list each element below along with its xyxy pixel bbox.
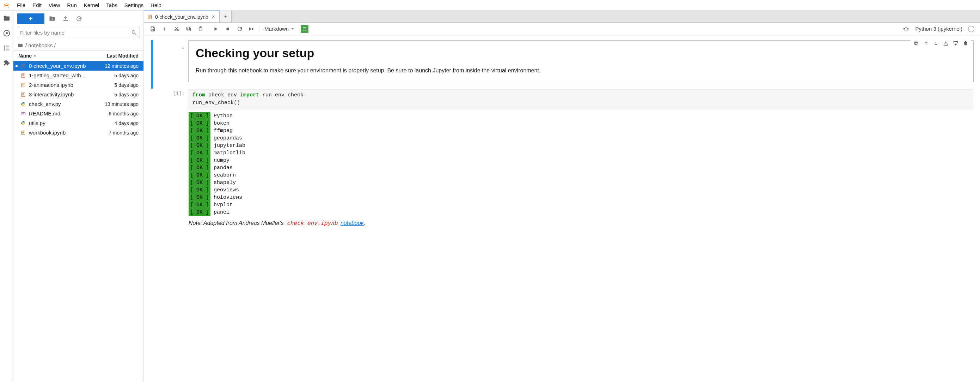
interrupt-icon[interactable] [223, 24, 233, 34]
insert-above-icon[interactable] [942, 39, 950, 48]
file-modified: 12 minutes ago [105, 63, 138, 69]
refresh-icon[interactable] [73, 13, 84, 24]
breadcrumb[interactable]: / notebooks / [13, 40, 143, 51]
cell-type-select[interactable]: Markdown [262, 26, 297, 32]
file-name: workbook.ipynb [29, 129, 106, 136]
move-down-icon[interactable] [932, 39, 940, 48]
output-row: [ OK ] matplotlib [189, 149, 973, 157]
upload-icon[interactable] [60, 13, 71, 24]
tab-notebook[interactable]: 0-check_your_env.ipynb × [144, 11, 220, 22]
svg-rect-47 [915, 42, 917, 44]
output-row: [ OK ] pandas [189, 164, 973, 172]
notebook-content: Checking your setup Run through this not… [144, 35, 980, 382]
debug-icon[interactable] [901, 24, 911, 34]
file-name: 3-interactivity.ipynb [29, 91, 112, 97]
folder-icon[interactable] [2, 14, 11, 22]
menu-run[interactable]: Run [64, 1, 80, 9]
file-browser-toolbar [13, 11, 143, 27]
running-icon[interactable] [2, 29, 11, 37]
paste-icon[interactable] [195, 24, 206, 34]
notebook-toolbar: Markdown Python 3 (ipykernel) [144, 22, 980, 35]
file-modified: 5 days ago [115, 82, 139, 88]
code-output: [ OK ] Python[ OK ] bokeh[ OK ] ffmpeg[ … [189, 109, 973, 216]
toc-icon[interactable] [2, 44, 11, 52]
svg-rect-24 [151, 27, 153, 28]
cell-type-label: Markdown [264, 26, 289, 32]
svg-rect-25 [151, 29, 153, 31]
svg-line-13 [135, 33, 136, 35]
add-tab-button[interactable] [220, 11, 232, 22]
menu-view[interactable]: View [45, 1, 64, 9]
ok-badge: [ OK ] [189, 172, 210, 179]
output-row: [ OK ] seaborn [189, 172, 973, 179]
file-modified: 6 months ago [108, 111, 138, 117]
file-row[interactable]: 0-check_your_env.ipynb12 minutes ago [13, 61, 143, 70]
ok-badge: [ OK ] [189, 142, 210, 149]
copy-icon[interactable] [183, 24, 194, 34]
new-launcher-button[interactable] [17, 13, 45, 24]
ok-badge: [ OK ] [189, 112, 210, 120]
insert-below-icon[interactable] [951, 39, 960, 48]
file-browser-panel: / notebooks / Name Last Modified 0-check… [13, 11, 144, 382]
restart-run-all-icon[interactable] [247, 24, 257, 34]
ok-badge: [ OK ] [189, 194, 210, 201]
md-paragraph: Run through this notebook to make sure y… [196, 66, 966, 75]
menu-edit[interactable]: Edit [29, 1, 45, 9]
code-cell[interactable]: [1]: from check_env import run_env_check… [144, 89, 980, 233]
breadcrumb-path: / notebooks / [25, 42, 56, 48]
render-md-icon[interactable] [301, 25, 309, 33]
ok-badge: [ OK ] [189, 186, 210, 194]
notebook-icon [21, 63, 26, 69]
column-name-header[interactable]: Name [18, 53, 107, 59]
svg-rect-3 [6, 32, 8, 34]
file-name: check_env.py [29, 101, 102, 107]
notebook-icon [21, 82, 26, 88]
run-icon[interactable] [210, 24, 221, 34]
svg-rect-36 [227, 27, 229, 30]
restart-icon[interactable] [234, 24, 245, 34]
menu-bar: FileEditViewRunKernelTabsSettingsHelp [0, 0, 980, 11]
jupyter-logo-icon [3, 2, 10, 9]
move-up-icon[interactable] [922, 39, 930, 48]
file-modified: 13 minutes ago [105, 101, 138, 107]
extensions-icon[interactable] [2, 59, 11, 67]
duplicate-icon[interactable] [912, 39, 920, 48]
file-row[interactable]: check_env.py13 minutes ago [13, 99, 143, 109]
save-icon[interactable] [147, 24, 158, 34]
menu-kernel[interactable]: Kernel [80, 1, 103, 9]
menu-settings[interactable]: Settings [121, 1, 147, 9]
ok-badge: [ OK ] [189, 149, 210, 157]
collapse-heading-icon[interactable] [181, 46, 185, 51]
file-row[interactable]: 3-interactivity.ipynb5 days ago [13, 90, 143, 99]
output-row: [ OK ] hvplot [189, 201, 973, 209]
svg-point-1 [8, 7, 9, 7]
cell-prompt: [1]: [169, 89, 188, 227]
kernel-name[interactable]: Python 3 (ipykernel) [913, 26, 965, 32]
file-row[interactable]: utils.py4 days ago [13, 118, 143, 128]
notebook-link[interactable]: notebook [340, 220, 364, 226]
svg-rect-51 [954, 42, 958, 43]
file-row[interactable]: workbook.ipynb7 months ago [13, 128, 143, 137]
insert-cell-icon[interactable] [159, 24, 170, 34]
markdown-cell[interactable]: Checking your setup Run through this not… [144, 40, 980, 89]
kernel-status-idle-icon[interactable] [968, 26, 974, 32]
new-folder-icon[interactable] [46, 13, 58, 24]
column-modified-header[interactable]: Last Modified [107, 53, 138, 59]
code-input[interactable]: from check_env import run_env_check run_… [189, 89, 973, 109]
output-row: [ OK ] numpy [189, 157, 973, 164]
menu-file[interactable]: File [13, 1, 29, 9]
file-row[interactable]: 2-animations.ipynb5 days ago [13, 80, 143, 90]
close-icon[interactable]: × [211, 14, 216, 20]
file-modified: 5 days ago [115, 92, 139, 97]
filter-files-input[interactable] [20, 30, 131, 36]
menu-tabs[interactable]: Tabs [103, 1, 121, 9]
file-row[interactable]: 1-getting_started_with...5 days ago [13, 70, 143, 80]
cell-select-bar[interactable] [151, 40, 153, 89]
file-list: 0-check_your_env.ipynb12 minutes ago1-ge… [13, 61, 143, 382]
ok-badge: [ OK ] [189, 120, 210, 127]
delete-icon[interactable] [961, 39, 970, 48]
menu-help[interactable]: Help [147, 1, 165, 9]
output-row: [ OK ] panel [189, 209, 973, 216]
file-row[interactable]: MREADME.md6 months ago [13, 109, 143, 118]
cut-icon[interactable] [171, 24, 182, 34]
